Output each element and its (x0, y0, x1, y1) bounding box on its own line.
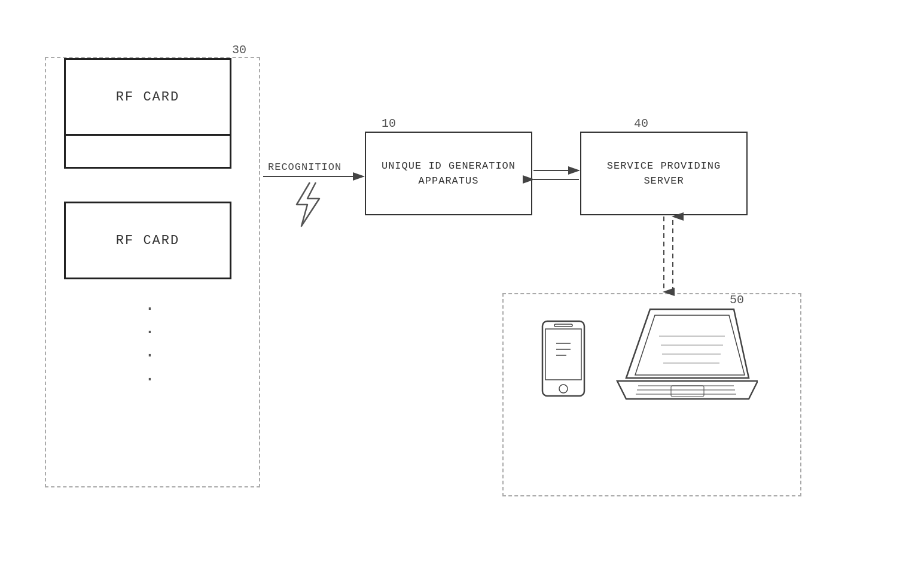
label-50: 50 (730, 293, 744, 307)
label-10: 10 (382, 117, 396, 130)
service-server-box: SERVICE PROVIDING SERVER (580, 132, 748, 215)
rf-card-3: RF CARD (64, 58, 231, 136)
client-devices-group (502, 293, 801, 496)
label-40: 40 (634, 117, 648, 130)
laptop-icon (614, 306, 758, 426)
recognition-label: RECOGNITION (268, 161, 341, 173)
label-30: 30 (232, 43, 246, 57)
diagram-container: RF CARD RF CARD ···· RF CARD 30 RECOGNIT… (0, 0, 924, 567)
lightning-bolt-icon (285, 179, 327, 230)
phone-icon (533, 318, 593, 438)
svg-point-3 (559, 385, 568, 393)
svg-rect-13 (671, 386, 704, 397)
rf-cards-group: RF CARD RF CARD ···· RF CARD (45, 57, 260, 487)
dots: ···· (145, 297, 155, 391)
svg-rect-1 (545, 329, 581, 380)
svg-rect-2 (554, 324, 572, 327)
rf-card-2: RF CARD (64, 202, 231, 279)
uid-generation-box: UNIQUE ID GENERATION APPARATUS (365, 132, 532, 215)
